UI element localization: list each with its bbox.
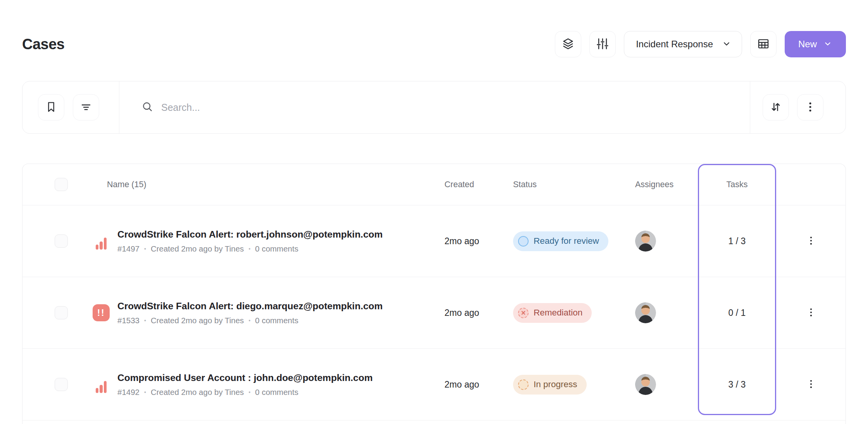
case-meta: #1492 • Created 2mo ago by Tines • 0 com… <box>117 388 444 397</box>
layers-icon <box>561 37 575 52</box>
kebab-menu-icon <box>804 101 816 114</box>
status-badge[interactable]: Remediation <box>513 303 592 323</box>
topbar-actions: Incident Response New <box>555 31 846 57</box>
cases-table: Name (15) Created Status Assignees Tasks… <box>22 164 846 424</box>
case-comments: 0 comments <box>255 244 298 253</box>
case-comments: 0 comments <box>255 316 298 325</box>
search-icon <box>141 100 153 114</box>
created-value: 2mo ago <box>444 236 513 246</box>
assignee-avatar[interactable] <box>635 231 656 252</box>
layers-button[interactable] <box>555 31 581 57</box>
page-title: Cases <box>22 36 64 53</box>
bar-chart-icon <box>96 236 107 250</box>
assignee-avatar[interactable] <box>635 302 656 323</box>
status-badge[interactable]: In progress <box>513 375 587 395</box>
tasks-count: 1 / 3 <box>698 236 776 246</box>
workspace-selector-dropdown[interactable]: Incident Response <box>624 31 742 57</box>
bookmark-button[interactable] <box>38 94 64 121</box>
chevron-down-icon <box>722 39 732 50</box>
column-header-created[interactable]: Created <box>444 180 513 190</box>
workspace-selector-label: Incident Response <box>636 39 713 50</box>
kebab-menu-icon <box>806 235 816 247</box>
case-title: Compromised User Account : john.doe@pote… <box>117 372 444 384</box>
table-row[interactable]: !! CrowdStrike Falcon Alert: diego.marqu… <box>22 277 846 349</box>
search-toolbar <box>22 81 846 134</box>
case-title: CrowdStrike Falcon Alert: diego.marquez@… <box>117 300 444 312</box>
bar-chart-icon <box>96 380 107 393</box>
table-row[interactable]: !! CrowdStrike Falcon Alert: robert.john… <box>22 205 846 277</box>
status-icon <box>518 379 529 390</box>
column-header-status[interactable]: Status <box>513 180 635 190</box>
separator-dot: • <box>144 246 146 252</box>
separator-dot: • <box>248 317 250 324</box>
separator-dot: • <box>144 389 146 395</box>
sort-arrows-icon <box>770 101 782 114</box>
case-comments: 0 comments <box>255 388 298 397</box>
search-field <box>119 81 750 133</box>
case-id: #1533 <box>117 316 140 325</box>
separator-dot: • <box>248 389 250 395</box>
filter-icon <box>80 101 92 114</box>
case-id: #1497 <box>117 244 140 253</box>
new-button[interactable]: New <box>785 31 846 57</box>
case-meta: #1497 • Created 2mo ago by Tines • 0 com… <box>117 244 444 253</box>
row-menu-button[interactable] <box>802 232 820 250</box>
column-header-tasks[interactable]: Tasks <box>698 180 776 190</box>
filter-button[interactable] <box>73 94 99 121</box>
next-row-partial <box>22 421 846 424</box>
status-badge[interactable]: Ready for review <box>513 231 608 251</box>
created-value: 2mo ago <box>444 308 513 318</box>
priority-alert-icon: !! <box>93 304 110 321</box>
row-menu-button[interactable] <box>802 375 820 394</box>
case-created-meta: Created 2mo ago by Tines <box>151 316 244 325</box>
kebab-menu-icon <box>806 379 816 391</box>
case-id: #1492 <box>117 388 140 397</box>
column-header-assignees[interactable]: Assignees <box>635 180 698 190</box>
tasks-count: 3 / 3 <box>698 379 776 390</box>
new-button-label: New <box>798 39 817 50</box>
sort-button[interactable] <box>763 94 789 121</box>
table-view-button[interactable] <box>750 31 777 57</box>
table-header: Name (15) Created Status Assignees Tasks <box>22 164 846 205</box>
cases-page: Cases Incident Response <box>0 0 868 424</box>
tasks-count: 0 / 1 <box>698 308 776 318</box>
view-settings-button[interactable] <box>589 31 616 57</box>
sliders-icon <box>596 37 609 52</box>
status-icon <box>518 308 529 318</box>
search-input[interactable] <box>160 95 750 119</box>
status-icon <box>518 236 529 246</box>
created-value: 2mo ago <box>444 379 513 390</box>
row-checkbox[interactable] <box>55 234 68 248</box>
more-options-button[interactable] <box>797 94 823 121</box>
bookmark-icon <box>45 101 57 114</box>
column-header-name[interactable]: Name (15) <box>107 180 444 190</box>
row-checkbox[interactable] <box>55 306 68 319</box>
case-title: CrowdStrike Falcon Alert: robert.johnson… <box>117 229 444 241</box>
assignee-avatar[interactable] <box>635 374 656 395</box>
table-view-icon <box>757 37 770 52</box>
status-label: Remediation <box>534 308 582 318</box>
row-checkbox[interactable] <box>55 378 68 391</box>
table-row[interactable]: !! Compromised User Account : john.doe@p… <box>22 349 846 421</box>
kebab-menu-icon <box>806 307 816 319</box>
saved-views-group <box>22 81 119 133</box>
topbar: Cases Incident Response <box>22 30 846 58</box>
status-label: Ready for review <box>534 236 599 246</box>
case-meta: #1533 • Created 2mo ago by Tines • 0 com… <box>117 316 444 325</box>
case-created-meta: Created 2mo ago by Tines <box>151 388 244 397</box>
case-created-meta: Created 2mo ago by Tines <box>151 244 244 253</box>
chevron-down-icon <box>823 39 832 50</box>
row-menu-button[interactable] <box>802 303 820 322</box>
separator-dot: • <box>248 246 250 252</box>
separator-dot: • <box>144 317 146 324</box>
select-all-checkbox[interactable] <box>55 178 68 191</box>
list-controls-group <box>750 81 846 133</box>
status-label: In progress <box>534 379 577 390</box>
